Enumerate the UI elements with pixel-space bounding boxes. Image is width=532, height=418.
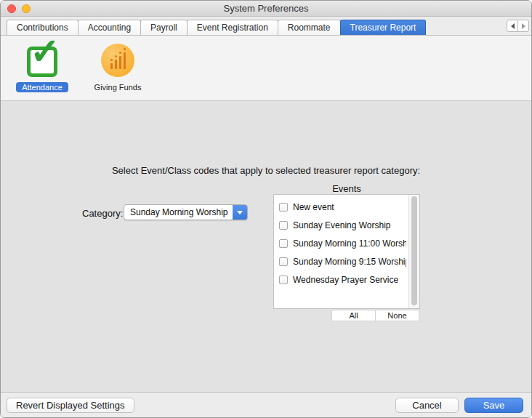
tab-scroll-right-button[interactable] xyxy=(517,20,529,32)
instruction-text: Select Event/Class codes that apply to s… xyxy=(1,165,531,176)
event-label: Sunday Morning 9:15 Worship xyxy=(293,257,406,267)
event-row[interactable]: New event xyxy=(274,198,419,216)
event-checkbox[interactable] xyxy=(279,276,288,284)
event-label: Wednesday Prayer Service xyxy=(293,275,406,285)
system-preferences-window: System Preferences Contributions Account… xyxy=(0,0,532,418)
chevron-down-icon xyxy=(237,211,243,214)
cancel-button[interactable]: Cancel xyxy=(395,398,459,413)
event-checkbox[interactable] xyxy=(279,203,288,212)
event-row[interactable]: Sunday Morning 9:15 Worship xyxy=(274,252,419,270)
minimize-icon[interactable] xyxy=(22,4,31,13)
category-selected-value: Sunday Morning Worship xyxy=(124,205,233,220)
toolbar-item-attendance[interactable]: ✓ Attendance xyxy=(12,43,72,100)
event-row[interactable]: Sunday Evening Worship xyxy=(274,216,419,234)
chevron-right-icon xyxy=(522,23,525,29)
content-area: Select Event/Class codes that apply to s… xyxy=(1,101,531,392)
save-button[interactable]: Save xyxy=(464,398,523,413)
category-dropdown[interactable]: Sunday Morning Worship xyxy=(124,204,248,220)
tab-treasurer-report[interactable]: Treasurer Report xyxy=(340,20,427,35)
scrollbar-thumb[interactable] xyxy=(411,196,417,305)
tab-bar: Contributions Accounting Payroll Event R… xyxy=(1,17,531,36)
event-row[interactable]: Wednesday Prayer Service xyxy=(274,270,419,289)
events-listbox: New event Sunday Evening Worship Sunday … xyxy=(273,194,420,309)
window-title: System Preferences xyxy=(1,1,531,16)
dropdown-cap xyxy=(233,205,247,220)
listbox-scrollbar[interactable] xyxy=(408,195,419,308)
tab-scroller xyxy=(507,20,529,32)
toolbar-item-label: Giving Funds xyxy=(89,82,148,92)
event-label: Sunday Evening Worship xyxy=(293,220,406,230)
tab-payroll[interactable]: Payroll xyxy=(140,20,188,35)
chevron-left-icon xyxy=(511,23,515,29)
revert-settings-button[interactable]: Revert Displayed Settings xyxy=(7,398,134,413)
attendance-checkmark-icon: ✓ xyxy=(25,43,60,78)
giving-funds-chart-icon xyxy=(100,43,135,78)
event-checkbox[interactable] xyxy=(279,239,288,248)
close-icon[interactable] xyxy=(7,4,16,13)
events-title: Events xyxy=(273,183,420,194)
all-none-buttons: All None xyxy=(331,310,419,321)
traffic-lights xyxy=(7,4,31,13)
event-checkbox[interactable] xyxy=(279,257,288,266)
footer-bar: Revert Displayed Settings Cancel Save xyxy=(1,392,531,417)
event-checkbox[interactable] xyxy=(279,221,288,230)
all-button[interactable]: All xyxy=(331,310,376,321)
tab-accounting[interactable]: Accounting xyxy=(78,20,141,35)
event-label: New event xyxy=(293,202,406,212)
tab-event-registration[interactable]: Event Registration xyxy=(187,20,278,35)
category-label: Category: xyxy=(82,208,123,219)
titlebar: System Preferences xyxy=(1,1,531,17)
section-toolbar: ✓ Attendance Giving Funds xyxy=(1,36,531,101)
toolbar-item-label: Attendance xyxy=(16,82,68,92)
toolbar-item-giving-funds[interactable]: Giving Funds xyxy=(88,43,148,100)
none-button[interactable]: None xyxy=(375,310,419,321)
tab-roommate[interactable]: Roommate xyxy=(278,20,341,35)
tab-scroll-left-button[interactable] xyxy=(507,20,518,32)
event-row[interactable]: Sunday Morning 11:00 Worship xyxy=(274,234,419,252)
event-label: Sunday Morning 11:00 Worship xyxy=(293,238,406,249)
